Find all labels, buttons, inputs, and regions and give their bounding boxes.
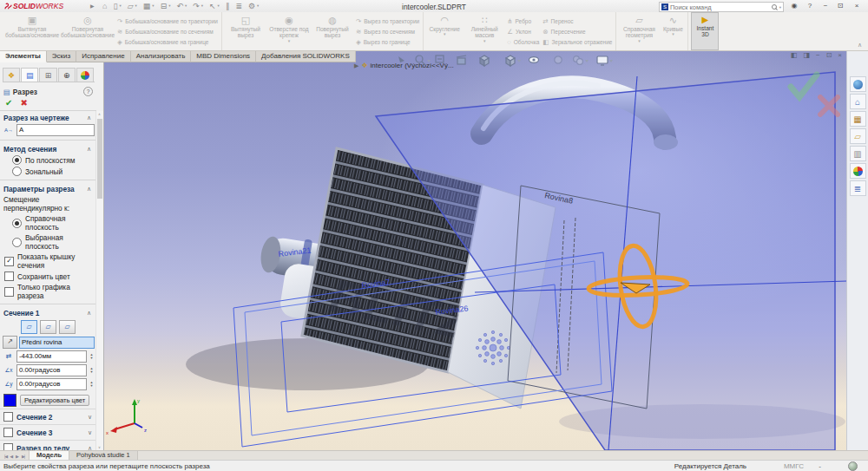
ribbon-collapse-icon[interactable] xyxy=(858,42,862,49)
offset-spinner[interactable] xyxy=(89,353,95,361)
user-account-icon[interactable] xyxy=(788,2,800,10)
scroll-thumb[interactable] xyxy=(97,119,102,199)
x-rotation-spinner[interactable] xyxy=(89,367,95,375)
resources-tab[interactable] xyxy=(850,76,866,92)
command-search[interactable]: S ▾ xyxy=(659,2,784,12)
mirror-button[interactable]: Зеркальное отражение xyxy=(542,36,612,47)
pane-left-icon[interactable] xyxy=(791,51,798,60)
section3-row[interactable]: Сечение 3 xyxy=(0,424,96,440)
offset-distance-field[interactable]: -443.00мм xyxy=(16,350,87,363)
help-icon[interactable] xyxy=(804,2,816,10)
feature-manager-tab[interactable] xyxy=(3,68,20,82)
dropdown-icon[interactable]: ▾ xyxy=(672,32,674,37)
doc-minimize-icon[interactable] xyxy=(816,51,820,60)
zoom-to-fit-icon[interactable] xyxy=(398,56,404,62)
section-view-icon[interactable] xyxy=(457,56,466,64)
view-palette-tab[interactable] xyxy=(850,146,866,161)
rib-button[interactable]: Ребро xyxy=(507,16,539,26)
section-header-params[interactable]: Параметры разреза xyxy=(0,182,96,194)
heads-up-dropdown-icons[interactable] xyxy=(427,60,613,62)
display-manager-tab[interactable] xyxy=(76,68,94,82)
undo-icon[interactable] xyxy=(176,2,183,10)
dropdown-icon[interactable]: ▾ xyxy=(444,32,446,37)
y-rotation-spinner[interactable] xyxy=(89,381,95,389)
prev-tab-icon[interactable] xyxy=(10,454,13,459)
swept-cut-button[interactable]: Вырез по траектории xyxy=(356,16,419,26)
tab-evaluate[interactable]: Анализировать xyxy=(131,50,192,62)
y-rotation-field[interactable]: 0.00градусов xyxy=(16,378,87,390)
revolved-cut-button[interactable]: Повернутый вырез xyxy=(311,14,354,39)
hide-show-items-icon[interactable] xyxy=(529,57,539,63)
minimize-button[interactable] xyxy=(819,2,832,10)
reference-plane-field[interactable]: Přední rovina xyxy=(19,337,95,349)
last-tab-icon[interactable] xyxy=(22,454,24,459)
custom-properties-tab[interactable] xyxy=(850,180,866,196)
attachments-icon[interactable] xyxy=(226,2,230,10)
units-selector[interactable]: ММГС xyxy=(784,462,804,470)
radio-reference-plane[interactable]: Справочная плоскость xyxy=(0,213,96,232)
undo-dropdown-icon[interactable] xyxy=(185,2,187,10)
ok-button[interactable] xyxy=(5,98,12,108)
revolved-boss-button[interactable]: Повернутая бобышка/основание xyxy=(60,14,115,39)
radio-by-planes[interactable]: По плоскостям xyxy=(0,154,96,166)
hole-wizard-button[interactable]: Отверстие под крепеж▾ xyxy=(267,14,311,43)
dropdown-icon[interactable]: ▾ xyxy=(288,39,291,44)
configuration-manager-tab[interactable] xyxy=(39,68,56,82)
radio-zonal[interactable]: Зональный xyxy=(0,166,96,177)
open-icon[interactable] xyxy=(128,2,134,10)
select-dropdown-icon[interactable] xyxy=(218,2,220,10)
file-explorer-tab[interactable] xyxy=(850,128,866,144)
tab-addins[interactable]: Добавления SOLIDWORKS xyxy=(256,50,356,62)
checkbox-show-cap[interactable]: Показать крышку сечения xyxy=(0,252,96,271)
status-globe-icon[interactable] xyxy=(848,461,858,471)
save-dropdown-icon[interactable] xyxy=(152,2,154,10)
plane-select-button[interactable] xyxy=(3,336,17,349)
boundary-cut-button[interactable]: Вырез по границе xyxy=(356,36,419,47)
panel-scrollbar[interactable] xyxy=(95,111,103,450)
print-icon[interactable] xyxy=(161,2,168,10)
section-header-drawing[interactable]: Разрез на чертеже xyxy=(0,111,96,123)
save-icon[interactable] xyxy=(143,2,151,10)
search-icon[interactable] xyxy=(772,4,777,10)
radio-selected-plane[interactable]: Выбранная плоскость xyxy=(0,232,96,252)
first-tab-icon[interactable] xyxy=(4,454,7,459)
lofted-cut-button[interactable]: Вырез по сечениям xyxy=(356,26,419,36)
tab-mbd-dimensions[interactable]: MBD Dimensions xyxy=(191,50,256,62)
display-style-icon[interactable] xyxy=(506,56,515,66)
appearances-tab[interactable] xyxy=(850,163,866,179)
edit-appearance-icon[interactable] xyxy=(555,56,562,63)
boundary-boss-button[interactable]: Бобышка/основание на границе xyxy=(117,36,218,47)
edit-color-button[interactable]: Редактировать цвет xyxy=(20,395,89,406)
close-button[interactable] xyxy=(851,2,863,10)
view-settings-icon[interactable] xyxy=(597,56,608,65)
search-input[interactable] xyxy=(670,3,769,11)
apply-scene-icon[interactable] xyxy=(574,56,583,65)
next-tab-icon[interactable] xyxy=(16,454,19,459)
intersect-button[interactable]: Пересечение xyxy=(542,26,612,36)
property-manager-tab[interactable] xyxy=(21,68,38,82)
instant3d-button[interactable]: Instant 3D xyxy=(691,12,719,50)
lofted-boss-button[interactable]: Бобышка/основание по сечениям xyxy=(117,26,218,36)
curves-button[interactable]: Кривые▾ xyxy=(660,14,686,37)
redo-dropdown-icon[interactable] xyxy=(201,2,203,10)
front-plane-button[interactable] xyxy=(21,320,37,334)
new-document-icon[interactable] xyxy=(113,2,117,10)
doc-restore-icon[interactable] xyxy=(826,51,832,60)
extruded-boss-button[interactable]: Вытянутая бобышка/основание xyxy=(4,14,60,39)
print-dropdown-icon[interactable] xyxy=(168,2,170,10)
flyout-expand-icon[interactable]: ▶ xyxy=(354,62,358,69)
file-properties-icon[interactable] xyxy=(235,2,242,10)
doc-close-icon[interactable] xyxy=(838,51,842,60)
select-icon[interactable] xyxy=(209,2,216,10)
previous-view-icon[interactable] xyxy=(436,56,444,62)
zoom-to-area-icon[interactable] xyxy=(416,56,425,65)
section-header-method[interactable]: Метод сечения xyxy=(0,142,96,154)
dropdown-icon[interactable]: ▾ xyxy=(483,39,486,44)
right-plane-button[interactable] xyxy=(59,320,76,334)
tab-features[interactable]: Элементы xyxy=(0,50,47,62)
home-icon[interactable] xyxy=(102,2,107,10)
graphics-area[interactable]: BLITZ xyxy=(103,50,847,450)
section-header-section1[interactable]: Сечение 1 xyxy=(0,306,96,318)
linear-pattern-button[interactable]: Линейный массив▾ xyxy=(464,14,505,43)
top-plane-button[interactable] xyxy=(40,320,56,334)
